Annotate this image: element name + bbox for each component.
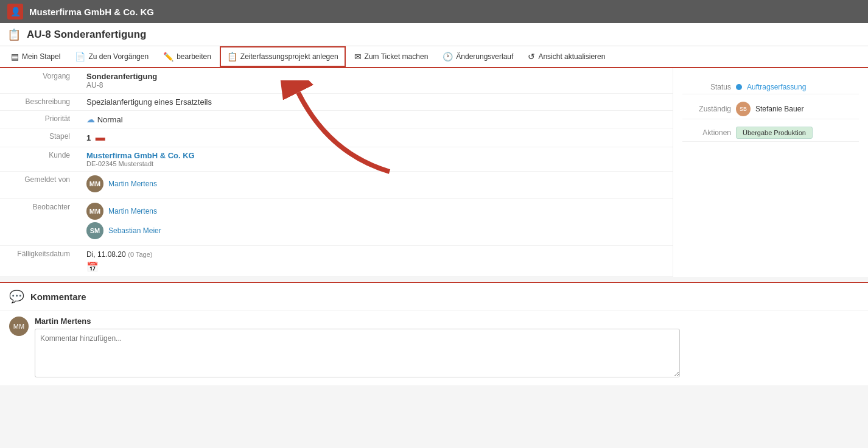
right-panel-rows: Status Auftragserfassung Zuständig SB St… <box>682 74 859 148</box>
beschreibung-value: Spezialanfertigung eines Ersatzteils <box>79 94 673 111</box>
gemeldet-label: Gemeldet von <box>0 172 79 199</box>
gemeldet-row: Gemeldet von MM Martin Mertens <box>0 172 673 199</box>
zu-vorgaengen-label: Zu den Vorgängen <box>88 52 149 61</box>
aenderungsverlauf-label: Änderungsverlauf <box>456 52 513 61</box>
comment-area: MM Martin Mertens <box>0 310 868 385</box>
right-section: Status Auftragserfassung Zuständig SB St… <box>673 68 868 277</box>
gemeldet-person-name[interactable]: Martin Mertens <box>108 180 157 188</box>
logo-icon: 👤 <box>7 4 23 19</box>
comment-box: Martin Mertens <box>35 317 680 379</box>
comments-header: 💬 Kommentare <box>0 283 868 310</box>
kunde-value: Musterfirma GmbH & Co. KG DE-02345 Muste… <box>79 147 673 172</box>
faelligkeit-date: Di, 11.08.20 <box>86 250 126 259</box>
faelligkeit-days: (0 Tage) <box>128 251 152 258</box>
aktionen-button[interactable]: Übergabe Produktion <box>736 127 813 139</box>
status-dot <box>736 84 742 90</box>
zustandig-name: Stefanie Bauer <box>755 105 803 113</box>
refresh-icon: ↺ <box>528 52 535 61</box>
document-icon: 📋 <box>7 28 21 41</box>
vorgang-id: AU-8 <box>86 81 665 89</box>
mein-stapel-button[interactable]: ▤ Mein Stapel <box>5 46 66 67</box>
prioritaet-row: Priorität ☁ Normal <box>0 111 673 128</box>
detail-table: Vorgang Sonderanfertigung AU-8 Beschreib… <box>0 68 673 277</box>
status-label: Status <box>682 83 731 91</box>
zustandig-avatar: SB <box>736 102 751 116</box>
kunde-name[interactable]: Musterfirma GmbH & Co. KG <box>86 151 665 160</box>
comments-icon: 💬 <box>9 289 24 304</box>
vorgang-row: Vorgang Sonderanfertigung AU-8 <box>0 68 673 94</box>
aktionen-label: Aktionen <box>682 128 731 137</box>
beschreibung-row: Beschreibung Spezialanfertigung eines Er… <box>0 94 673 111</box>
verlauf-icon: 🕐 <box>443 52 453 61</box>
zu-vorgaengen-button[interactable]: 📄 Zu den Vorgängen <box>69 46 155 67</box>
status-value: Auftragserfassung <box>747 83 806 91</box>
vorgaengen-icon: 📄 <box>75 52 85 61</box>
ansicht-button[interactable]: ↺ Ansicht aktualisieren <box>522 46 611 67</box>
bearbeiten-icon: ✏️ <box>163 52 173 61</box>
beobachter-row: Beobachter MM Martin Mertens SM Sebastia… <box>0 199 673 246</box>
aktionen-row: Aktionen Übergabe Produktion <box>682 124 859 142</box>
beobachter-label: Beobachter <box>0 199 79 246</box>
avatar-sebastian: SM <box>86 222 103 239</box>
gemeldet-person-row: MM Martin Mertens <box>86 175 665 192</box>
status-row: Status Auftragserfassung <box>682 80 859 94</box>
beobachter-person-row-2: SM Sebastian Meier <box>86 222 665 239</box>
zustandig-label: Zuständig <box>682 105 731 113</box>
ansicht-label: Ansicht aktualisieren <box>538 52 605 61</box>
toolbar: ▤ Mein Stapel 📄 Zu den Vorgängen ✏️ bear… <box>0 46 868 68</box>
page-title: AU-8 Sonderanfertigung <box>27 29 146 41</box>
zeiterfassung-button[interactable]: 📋 Zeiterfassungsprojekt anlegen <box>220 46 346 67</box>
stapel-row: Stapel 1 ▬ <box>0 128 673 147</box>
company-name: Musterfirma GmbH & Co. KG <box>29 7 154 17</box>
avatar-martin: MM <box>86 175 103 192</box>
comments-section: 💬 Kommentare MM Martin Mertens <box>0 282 868 385</box>
comment-textarea[interactable] <box>35 329 680 377</box>
beobachter-person-row-1: MM Martin Mertens <box>86 203 665 220</box>
prioritaet-label: Priorität <box>0 111 79 128</box>
kunde-address: DE-02345 Musterstadt <box>86 160 665 167</box>
vorgang-title: Sonderanfertigung <box>86 72 665 81</box>
faelligkeit-value: Di, 11.08.20 (0 Tage) 📅 <box>79 246 673 277</box>
comment-user-avatar: MM <box>9 317 29 336</box>
zum-ticket-label: Zum Ticket machen <box>365 52 429 61</box>
top-header: 👤 Musterfirma GmbH & Co. KG <box>0 0 868 23</box>
left-section: Vorgang Sonderanfertigung AU-8 Beschreib… <box>0 68 673 277</box>
comments-title: Kommentare <box>30 292 86 302</box>
stapel-label: Stapel <box>0 128 79 147</box>
zeiterfassung-label: Zeiterfassungsprojekt anlegen <box>240 52 338 61</box>
page-title-bar: 📋 AU-8 Sonderanfertigung <box>0 23 868 46</box>
stapel-icon: ▤ <box>11 52 19 61</box>
content-wrapper: Vorgang Sonderanfertigung AU-8 Beschreib… <box>0 68 868 277</box>
beschreibung-label: Beschreibung <box>0 94 79 111</box>
priority-icon: ☁ <box>86 114 95 124</box>
zustandig-row: Zuständig SB Stefanie Bauer <box>682 99 859 119</box>
beobachter-person-1[interactable]: Martin Mertens <box>108 207 157 215</box>
prioritaet-value: ☁ Normal <box>79 111 673 128</box>
gemeldet-value: MM Martin Mertens <box>79 172 673 199</box>
stapel-stack-icon: ▬ <box>96 132 105 142</box>
vorgang-value: Sonderanfertigung AU-8 <box>79 68 673 94</box>
mein-stapel-label: Mein Stapel <box>22 52 60 61</box>
kunde-row: Kunde Musterfirma GmbH & Co. KG DE-02345… <box>0 147 673 172</box>
bearbeiten-button[interactable]: ✏️ bearbeiten <box>157 46 217 67</box>
priority-text: Normal <box>97 115 123 124</box>
ticket-icon: ✉ <box>354 52 362 61</box>
vorgang-label: Vorgang <box>0 68 79 94</box>
bearbeiten-label: bearbeiten <box>177 52 211 61</box>
aenderungsverlauf-button[interactable]: 🕐 Änderungsverlauf <box>436 46 519 67</box>
comment-user-name: Martin Mertens <box>35 317 680 326</box>
avatar-martin-2: MM <box>86 203 103 220</box>
beobachter-person-2[interactable]: Sebastian Meier <box>108 226 161 235</box>
calendar-icon: 📅 <box>86 261 665 273</box>
main-content: Vorgang Sonderanfertigung AU-8 Beschreib… <box>0 68 868 277</box>
faelligkeit-row: Fälligkeitsdatum Di, 11.08.20 (0 Tage) 📅 <box>0 246 673 277</box>
zeiterfassung-icon: 📋 <box>227 52 237 61</box>
stapel-num: 1 <box>86 133 91 142</box>
zum-ticket-button[interactable]: ✉ Zum Ticket machen <box>348 46 435 67</box>
faelligkeit-label: Fälligkeitsdatum <box>0 246 79 277</box>
beobachter-value: MM Martin Mertens SM Sebastian Meier <box>79 199 673 246</box>
kunde-label: Kunde <box>0 147 79 172</box>
stapel-value: 1 ▬ <box>79 128 673 147</box>
